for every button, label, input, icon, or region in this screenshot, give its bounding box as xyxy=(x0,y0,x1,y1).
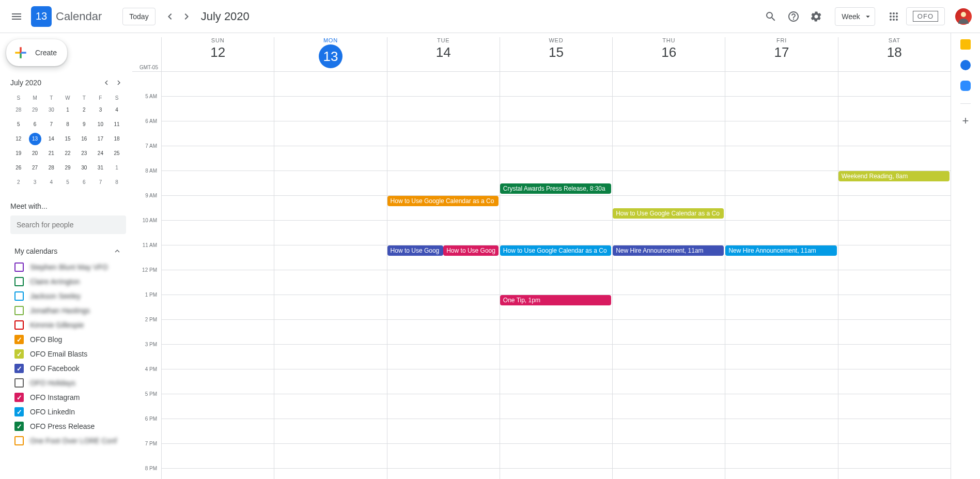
hour-cell[interactable] xyxy=(725,369,837,394)
calendar-list-item[interactable]: Claire Arrington xyxy=(14,274,130,289)
calendar-event[interactable]: Weekend Reading, 8am xyxy=(838,171,950,181)
calendar-grid-scroll[interactable]: 5 AM6 AM7 AM8 AM9 AM10 AM11 AM12 PM1 PM2… xyxy=(132,72,951,479)
mini-cal-day[interactable]: 30 xyxy=(45,104,57,116)
hour-cell[interactable] xyxy=(162,221,274,245)
calendar-list-item[interactable]: Kimmie Gillespie xyxy=(14,318,130,332)
hour-cell[interactable] xyxy=(838,245,951,270)
hour-cell[interactable] xyxy=(162,419,274,444)
hour-cell[interactable] xyxy=(838,270,951,295)
hour-cell[interactable] xyxy=(500,369,612,394)
hour-cell[interactable] xyxy=(274,295,386,320)
org-badge[interactable]: OFO xyxy=(906,7,945,25)
day-column[interactable]: How to Use Google Calendar as a Co New H… xyxy=(612,72,725,479)
hour-cell[interactable] xyxy=(725,295,837,320)
calendar-checkbox[interactable] xyxy=(14,320,24,330)
day-header[interactable]: THU16 xyxy=(612,37,725,71)
hour-cell[interactable] xyxy=(162,146,274,171)
hour-cell[interactable] xyxy=(500,221,612,245)
day-column[interactable] xyxy=(161,72,274,479)
hour-cell[interactable] xyxy=(274,345,386,369)
hour-cell[interactable] xyxy=(613,345,725,369)
hour-cell[interactable] xyxy=(500,394,612,419)
mini-cal-day[interactable]: 2 xyxy=(78,104,90,116)
hour-cell[interactable] xyxy=(387,345,500,369)
day-number[interactable]: 15 xyxy=(500,44,612,60)
day-number[interactable]: 16 xyxy=(613,44,725,60)
google-apps-button[interactable] xyxy=(883,6,904,27)
hour-cell[interactable] xyxy=(500,419,612,444)
hour-cell[interactable] xyxy=(274,469,386,479)
mini-cal-day[interactable]: 8 xyxy=(111,176,123,189)
hour-cell[interactable] xyxy=(274,394,386,419)
calendar-list-item[interactable]: Stephen Blunt May VFO xyxy=(14,260,130,274)
prev-period-button[interactable] xyxy=(162,8,178,25)
hour-cell[interactable] xyxy=(500,146,612,171)
calendar-event[interactable]: How to Use Goog xyxy=(443,245,499,256)
hour-cell[interactable] xyxy=(613,146,725,171)
hour-cell[interactable] xyxy=(387,221,500,245)
calendar-list-item[interactable]: OFO Blog xyxy=(14,332,130,347)
hour-cell[interactable] xyxy=(162,369,274,394)
mini-cal-day[interactable]: 28 xyxy=(45,162,57,174)
calendar-list-item[interactable]: OFO Holidays xyxy=(14,376,130,390)
hour-cell[interactable] xyxy=(162,394,274,419)
day-header[interactable]: FRI17 xyxy=(725,37,837,71)
mini-cal-day[interactable]: 14 xyxy=(45,133,57,145)
calendar-list-item[interactable]: OFO Email Blasts xyxy=(14,347,130,361)
calendar-list-item[interactable]: Jonathan Hastings xyxy=(14,303,130,318)
day-header[interactable]: TUE14 xyxy=(387,37,500,71)
day-column[interactable] xyxy=(274,72,386,479)
day-number[interactable]: 17 xyxy=(725,44,837,60)
calendar-checkbox[interactable] xyxy=(14,349,24,359)
hour-cell[interactable] xyxy=(274,320,386,345)
keep-app-icon[interactable] xyxy=(960,39,971,50)
hour-cell[interactable] xyxy=(725,196,837,221)
mini-cal-day[interactable]: 11 xyxy=(111,118,123,131)
mini-cal-day[interactable]: 17 xyxy=(94,133,106,145)
mini-cal-day[interactable]: 12 xyxy=(12,133,25,145)
hour-cell[interactable] xyxy=(838,221,951,245)
mini-cal-day[interactable]: 5 xyxy=(61,176,74,189)
hour-cell[interactable] xyxy=(387,146,500,171)
hour-cell[interactable] xyxy=(725,146,837,171)
hour-cell[interactable] xyxy=(838,394,951,419)
hour-cell[interactable] xyxy=(725,121,837,146)
day-header[interactable]: MON13 xyxy=(274,37,386,71)
hour-cell[interactable] xyxy=(725,444,837,469)
hour-cell[interactable] xyxy=(613,295,725,320)
hour-cell[interactable] xyxy=(274,121,386,146)
hour-cell[interactable] xyxy=(613,320,725,345)
mini-cal-day[interactable]: 7 xyxy=(94,176,106,189)
hour-cell[interactable] xyxy=(838,196,951,221)
hour-cell[interactable] xyxy=(274,196,386,221)
hour-cell[interactable] xyxy=(500,97,612,121)
hour-cell[interactable] xyxy=(162,196,274,221)
mini-cal-day[interactable]: 3 xyxy=(29,176,41,189)
hour-cell[interactable] xyxy=(162,270,274,295)
mini-cal-day[interactable]: 9 xyxy=(78,118,90,131)
calendar-event[interactable]: How to Use Google Calendar as a Co xyxy=(500,245,611,256)
hour-cell[interactable] xyxy=(838,419,951,444)
calendar-checkbox[interactable] xyxy=(14,422,24,431)
mini-cal-prev[interactable] xyxy=(100,76,113,89)
mini-cal-day[interactable]: 18 xyxy=(111,133,123,145)
mini-cal-day[interactable]: 5 xyxy=(12,118,25,131)
hour-cell[interactable] xyxy=(725,72,837,97)
hour-cell[interactable] xyxy=(725,419,837,444)
hour-cell[interactable] xyxy=(387,394,500,419)
add-addon-button[interactable]: + xyxy=(962,114,969,128)
hour-cell[interactable] xyxy=(387,97,500,121)
mini-cal-day[interactable]: 4 xyxy=(45,176,57,189)
mini-cal-day[interactable]: 16 xyxy=(78,133,90,145)
calendar-list-item[interactable]: Jackson Seeley xyxy=(14,289,130,303)
calendar-event[interactable]: How to Use Google Calendar as a Co xyxy=(613,208,724,219)
hour-cell[interactable] xyxy=(387,320,500,345)
hour-cell[interactable] xyxy=(387,121,500,146)
hour-cell[interactable] xyxy=(274,245,386,270)
settings-button[interactable] xyxy=(806,6,827,27)
hour-cell[interactable] xyxy=(162,97,274,121)
main-menu-button[interactable] xyxy=(4,4,29,29)
calendar-list-item[interactable]: OFO Press Release xyxy=(14,419,130,434)
hour-cell[interactable] xyxy=(725,345,837,369)
mini-cal-day[interactable]: 25 xyxy=(111,147,123,160)
